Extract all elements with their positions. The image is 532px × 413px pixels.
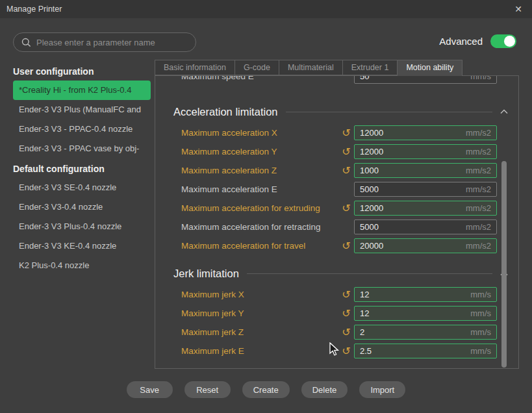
param-input-wrap: mm/s2	[354, 219, 497, 234]
param-input[interactable]	[355, 346, 496, 356]
param-input-wrap: mm/s2	[354, 125, 497, 140]
create-button[interactable]: Create	[242, 381, 290, 398]
param-input[interactable]	[355, 128, 496, 138]
param-label: Maximum acceleration for travel	[181, 241, 338, 251]
sidebar-item-printer[interactable]: Ender-3 V3 - PPAC-0.4 nozzle	[13, 119, 151, 139]
search-input[interactable]	[36, 38, 188, 47]
close-button[interactable]: ✕	[511, 4, 526, 14]
param-input[interactable]	[355, 241, 496, 251]
delete-button[interactable]: Delete	[301, 381, 348, 398]
param-label: Maximum acceleration Z	[181, 166, 338, 175]
reset-icon[interactable]: ↺	[338, 203, 354, 214]
reset-icon[interactable]: ↺	[338, 128, 354, 138]
param-row-max-jerk-x: Maximum jerk X ↺ mm/s	[155, 285, 518, 304]
param-input[interactable]	[355, 308, 496, 318]
tab-multimaterial[interactable]: Multimaterial	[279, 60, 343, 75]
sidebar-heading-user: User configuration	[13, 62, 151, 81]
param-input[interactable]	[355, 184, 496, 194]
section-title: Jerk limitation	[173, 268, 239, 280]
param-input[interactable]	[355, 327, 496, 337]
param-input-wrap: mm/s	[354, 325, 497, 340]
param-input-wrap: mm/s	[354, 344, 497, 358]
param-label: Maximum speed E	[181, 75, 338, 81]
reset-icon[interactable]: ↺	[338, 241, 354, 251]
param-row-max-accel-x: Maximum acceleration X ↺ mm/s2	[155, 123, 518, 142]
param-label: Maximum jerk Z	[181, 327, 338, 337]
section-title: Acceleration limitation	[173, 106, 278, 118]
import-button[interactable]: Import	[359, 381, 405, 398]
reset-icon[interactable]: ↺	[338, 327, 354, 338]
reset-icon[interactable]: ↺	[338, 290, 354, 300]
titlebar: Manage Printer ✕	[0, 0, 532, 18]
sidebar-item-printer[interactable]: Ender-3 V3 KE-0.4 nozzle	[13, 236, 151, 256]
close-icon: ✕	[514, 4, 522, 14]
sidebar-item-printer[interactable]: Ender-3 V3-0.4 nozzle	[13, 197, 151, 217]
sidebar-heading-default: Default configuration	[13, 160, 151, 178]
param-row-max-jerk-z: Maximum jerk Z ↺ mm/s	[155, 323, 518, 342]
sidebar-item-printer[interactable]: Ender-3 V3 SE-0.4 nozzle	[13, 178, 151, 197]
advanced-toggle[interactable]	[490, 34, 516, 48]
param-row-max-accel-extruding: Maximum acceleration for extruding ↺ mm/…	[155, 199, 518, 218]
param-input-wrap: mm/s	[354, 75, 497, 84]
param-input-wrap: mm/s	[354, 306, 497, 321]
motion-ability-panel: Maximum speed E mm/s Acceleration limita…	[155, 75, 519, 369]
param-label: Maximum jerk Y	[181, 308, 338, 318]
sidebar-item-printer[interactable]: K2 Plus-0.4 nozzle	[13, 256, 151, 275]
reset-icon[interactable]: ↺	[338, 308, 354, 319]
collapse-icon[interactable]	[500, 109, 508, 114]
printer-sidebar: User configuration *Creality Hi - from K…	[13, 61, 151, 275]
param-row-max-accel-z: Maximum acceleration Z ↺ mm/s2	[155, 161, 518, 180]
search-box	[13, 32, 196, 52]
param-input-wrap: mm/s2	[354, 144, 497, 159]
advanced-label: Advanced	[439, 36, 483, 47]
tab-extruder-1[interactable]: Extruder 1	[342, 60, 398, 75]
param-row-max-accel-y: Maximum acceleration Y ↺ mm/s2	[155, 142, 518, 161]
sidebar-item-printer[interactable]: Ender-3 V3 - PPAC vase by obj-	[13, 139, 151, 158]
section-divider	[286, 112, 493, 112]
section-header-jerk: Jerk limitation	[155, 262, 518, 285]
param-input[interactable]	[355, 147, 496, 156]
param-row-max-accel-travel: Maximum acceleration for travel ↺ mm/s2	[155, 236, 518, 255]
param-row-max-jerk-y: Maximum jerk Y ↺ mm/s	[155, 304, 518, 323]
search-icon	[21, 38, 31, 47]
window-title: Manage Printer	[6, 5, 62, 14]
param-label: Maximum acceleration for retracting	[181, 222, 338, 232]
mouse-cursor	[329, 342, 341, 360]
scrollbar-thumb[interactable]	[501, 161, 507, 368]
param-label: Maximum acceleration Y	[181, 147, 338, 156]
param-row-max-accel-retracting: Maximum acceleration for retracting mm/s…	[155, 218, 518, 236]
param-label: Maximum acceleration for extruding	[181, 203, 338, 213]
reset-icon[interactable]: ↺	[338, 147, 354, 157]
param-input[interactable]	[355, 203, 496, 213]
sidebar-item-printer[interactable]: Ender-3 V3 Plus (ManualFC and	[13, 100, 151, 119]
param-input[interactable]	[355, 290, 496, 299]
tab-gcode[interactable]: G-code	[234, 60, 279, 75]
param-input[interactable]	[355, 166, 496, 175]
sidebar-item-printer[interactable]: *Creality Hi - from K2 Plus-0.4	[13, 81, 151, 100]
param-input-wrap: mm/s2	[354, 201, 497, 216]
footer-actions: Save Reset Create Delete Import	[0, 381, 532, 398]
reset-icon[interactable]: ↺	[338, 166, 354, 176]
reset-button[interactable]: Reset	[184, 381, 231, 398]
param-input-wrap: mm/s	[354, 287, 497, 302]
settings-tabs: Basic information G-code Multimaterial E…	[155, 60, 462, 76]
param-input-wrap: mm/s2	[354, 163, 497, 178]
tab-basic-information[interactable]: Basic information	[155, 60, 235, 75]
advanced-control: Advanced	[439, 34, 516, 48]
save-button[interactable]: Save	[127, 381, 173, 398]
section-header-acceleration: Acceleration limitation	[155, 100, 518, 123]
param-input-wrap: mm/s2	[354, 182, 497, 197]
param-row-max-accel-e: Maximum acceleration E mm/s2	[155, 180, 518, 199]
param-label: Maximum jerk E	[181, 346, 338, 356]
param-input-wrap: mm/s2	[354, 238, 497, 253]
param-input[interactable]	[355, 222, 496, 232]
section-divider	[247, 273, 492, 274]
tab-motion-ability[interactable]: Motion ability	[397, 60, 462, 76]
param-label: Maximum acceleration E	[181, 184, 338, 194]
toggle-knob	[504, 36, 515, 47]
param-label: Maximum jerk X	[181, 290, 338, 299]
param-row-max-speed-e: Maximum speed E mm/s	[155, 75, 518, 86]
sidebar-item-printer[interactable]: Ender-3 V3 Plus-0.4 nozzle	[13, 217, 151, 236]
param-label: Maximum acceleration X	[181, 128, 338, 138]
param-input[interactable]	[355, 75, 496, 81]
